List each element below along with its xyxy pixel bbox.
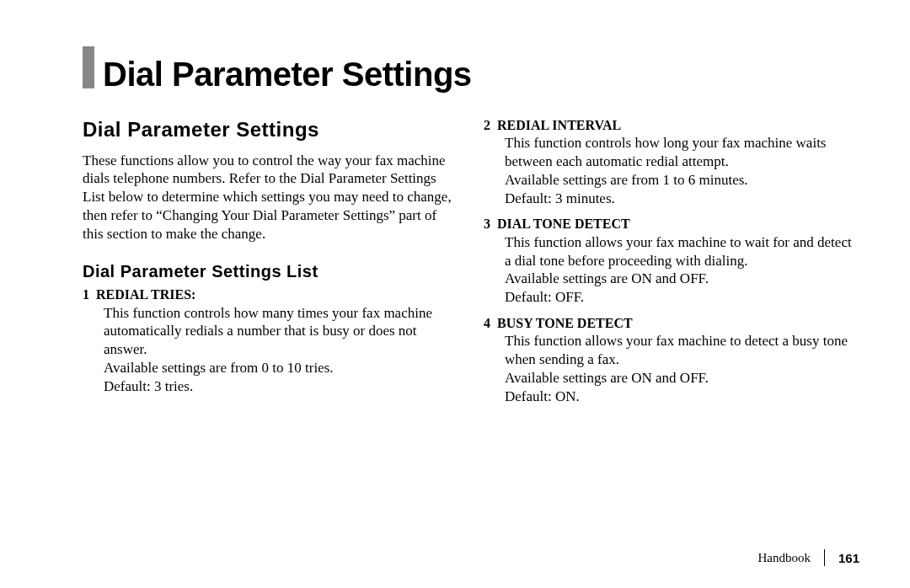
item-heading: 3 DIAL TONE DETECT	[484, 216, 859, 233]
list-item: 3 DIAL TONE DETECT This function allows …	[484, 216, 859, 306]
item-heading: 2 REDIAL INTERVAL	[484, 117, 859, 134]
item-name: DIAL TONE DETECT	[497, 216, 630, 231]
page-title: Dial Parameter Settings	[103, 56, 472, 94]
item-default: Default: 3 tries.	[104, 377, 458, 396]
right-column: 2 REDIAL INTERVAL This function controls…	[484, 117, 859, 414]
item-avail: Available settings are from 0 to 10 trie…	[104, 359, 458, 377]
item-avail: Available settings are ON and OFF.	[505, 270, 859, 288]
title-row: Dial Parameter Settings	[83, 46, 859, 94]
intro-paragraph: These functions allow you to control the…	[83, 152, 458, 243]
item-default: Default: 3 minutes.	[505, 190, 859, 208]
page: Dial Parameter Settings Dial Parameter S…	[0, 0, 910, 414]
item-body: This function controls how long your fax…	[484, 134, 859, 207]
item-desc: This function allows your fax machine to…	[505, 332, 859, 369]
item-number: 1	[83, 286, 93, 303]
item-number: 4	[484, 315, 494, 332]
item-number: 3	[484, 216, 494, 233]
item-avail: Available settings are ON and OFF.	[505, 369, 859, 388]
item-desc: This function controls how long your fax…	[505, 134, 859, 171]
item-name: REDIAL INTERVAL	[497, 118, 621, 132]
item-body: This function controls how many times yo…	[83, 304, 458, 396]
item-number: 2	[484, 117, 494, 134]
list-item: 4 BUSY TONE DETECT This function allows …	[484, 315, 859, 405]
item-name: REDIAL TRIES:	[96, 287, 195, 302]
item-heading: 4 BUSY TONE DETECT	[484, 315, 859, 332]
content-columns: Dial Parameter Settings These functions …	[83, 117, 859, 414]
footer-page-number: 161	[838, 551, 859, 565]
item-body: This function allows your fax machine to…	[484, 233, 859, 307]
list-item: 2 REDIAL INTERVAL This function controls…	[484, 117, 859, 207]
section-heading: Dial Parameter Settings	[83, 117, 458, 143]
item-avail: Available settings are from 1 to 6 minut…	[505, 171, 859, 190]
item-body: This function allows your fax machine to…	[484, 332, 859, 405]
list-item: 1 REDIAL TRIES: This function controls h…	[83, 286, 458, 395]
item-heading: 1 REDIAL TRIES:	[83, 286, 458, 303]
footer-label: Handbook	[757, 551, 811, 565]
item-desc: This function allows your fax machine to…	[505, 233, 859, 270]
list-heading: Dial Parameter Settings List	[83, 261, 458, 283]
item-default: Default: ON.	[505, 388, 859, 406]
footer-divider	[824, 549, 825, 566]
title-accent-bar	[83, 46, 94, 88]
item-desc: This function controls how many times yo…	[104, 304, 458, 359]
page-footer: Handbook 161	[757, 549, 859, 566]
item-default: Default: OFF.	[505, 288, 859, 307]
item-name: BUSY TONE DETECT	[497, 316, 633, 330]
left-column: Dial Parameter Settings These functions …	[83, 117, 458, 414]
